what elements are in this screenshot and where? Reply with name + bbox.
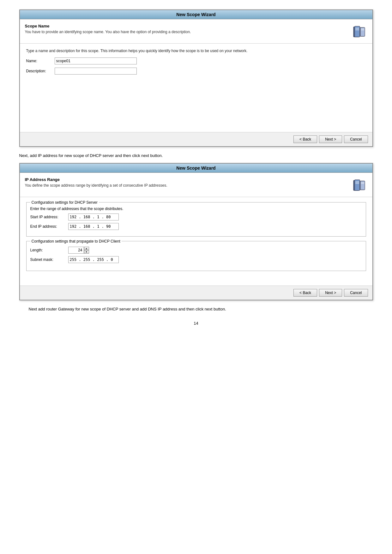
wizard1-name-label: Name: — [26, 59, 55, 63]
wizard1-next-button[interactable]: Next > — [319, 135, 342, 143]
wizard1-name-row: Name: — [26, 57, 366, 64]
wizard2-title: New Scope Wizard — [20, 164, 372, 173]
between-text: Next, add IP address for new scope of DH… — [19, 153, 373, 158]
wizard2-end-ip-row: End IP address: — [30, 223, 362, 230]
wizard2-length-row: Length: ▲ ▼ — [30, 247, 362, 254]
wizard1-name-input[interactable] — [55, 57, 137, 64]
wizard2-back-button[interactable]: < Back — [293, 289, 317, 297]
svg-rect-12 — [355, 180, 360, 190]
wizard1-body: Scope Name You have to provide an identi… — [20, 19, 372, 146]
wizard1-dialog: New Scope Wizard Scope Name You have to … — [19, 9, 373, 147]
wizard2-length-label: Length: — [30, 248, 68, 252]
wizard2-length-spinner-btns: ▲ ▼ — [84, 247, 89, 254]
wizard2-fieldset1-legend: Configuration settings for DHCP Server — [30, 200, 99, 205]
wizard2-length-input[interactable] — [68, 247, 84, 254]
wizard2-header: IP Address Range You define the scope ad… — [20, 173, 372, 197]
wizard2-header-text: IP Address Range You define the scope ad… — [25, 177, 348, 188]
wizard1-content: Type a name and description for this sco… — [20, 44, 372, 132]
wizard1-desc-row: Description: — [26, 68, 366, 75]
wizard2-next-button[interactable]: Next > — [319, 289, 342, 297]
wizard1-header-text: Scope Name You have to provide an identi… — [25, 24, 348, 34]
page-content: New Scope Wizard Scope Name You have to … — [19, 9, 373, 326]
page-number: 14 — [19, 321, 373, 326]
wizard2-end-ip-label: End IP address: — [30, 224, 68, 229]
wizard1-header-desc: You have to provide an identifying scope… — [25, 30, 348, 34]
wizard1-header-icon — [351, 24, 367, 40]
wizard2-fieldset1-legend-wrap: Configuration settings for DHCP Server — [30, 200, 362, 205]
wizard1-desc-input[interactable] — [55, 68, 137, 75]
svg-rect-7 — [360, 27, 365, 36]
wizard2-length-down-button[interactable]: ▼ — [84, 250, 89, 254]
wizard2-fieldset2-legend-wrap: Configuration settings that propagate to… — [30, 239, 362, 244]
wizard2-length-up-button[interactable]: ▲ — [84, 247, 89, 250]
wizard1-header-title: Scope Name — [25, 24, 348, 28]
wizard2-fieldset1: Configuration settings for DHCP Server E… — [26, 202, 366, 237]
wizard1-footer: < Back Next > Cancel — [20, 132, 372, 146]
wizard1-header: Scope Name You have to provide an identi… — [20, 19, 372, 44]
wizard2-end-ip-input[interactable] — [68, 223, 119, 230]
wizard2-subnet-input[interactable] — [68, 256, 119, 263]
wizard2-header-title: IP Address Range — [25, 177, 348, 182]
wizard1-title: New Scope Wizard — [20, 10, 372, 19]
wizard2-cancel-button[interactable]: Cancel — [344, 289, 368, 297]
wizard2-subnet-row: Subnet mask: — [30, 256, 362, 263]
wizard2-fieldset2-legend: Configuration settings that propagate to… — [30, 239, 122, 244]
wizard1-desc-label: Description: — [26, 69, 55, 73]
wizard2-length-spinner: ▲ ▼ — [68, 247, 89, 254]
bottom-text: Next add router Gateway for new scope of… — [19, 307, 373, 311]
svg-rect-2 — [355, 26, 360, 37]
svg-rect-17 — [360, 181, 365, 190]
wizard2-header-icon — [351, 177, 367, 194]
wizard1-back-button[interactable]: < Back — [293, 135, 317, 143]
wizard1-cancel-button[interactable]: Cancel — [344, 135, 368, 143]
wizard2-start-ip-input[interactable] — [68, 214, 119, 220]
wizard1-content-desc: Type a name and description for this sco… — [26, 49, 366, 53]
wizard2-footer: < Back Next > Cancel — [20, 286, 372, 300]
wizard2-subnet-label: Subnet mask: — [30, 257, 68, 262]
wizard2-fieldset1-desc: Enter the range of addresses that the sc… — [30, 207, 362, 211]
wizard2-start-ip-label: Start IP address: — [30, 215, 68, 219]
wizard2-body: IP Address Range You define the scope ad… — [20, 173, 372, 300]
wizard2-header-desc: You define the scope address range by id… — [25, 183, 348, 188]
wizard2-fieldset2: Configuration settings that propagate to… — [26, 241, 366, 271]
wizard2-content: Configuration settings for DHCP Server E… — [20, 197, 372, 286]
wizard2-dialog: New Scope Wizard IP Address Range You de… — [19, 163, 373, 300]
wizard2-start-ip-row: Start IP address: — [30, 214, 362, 220]
